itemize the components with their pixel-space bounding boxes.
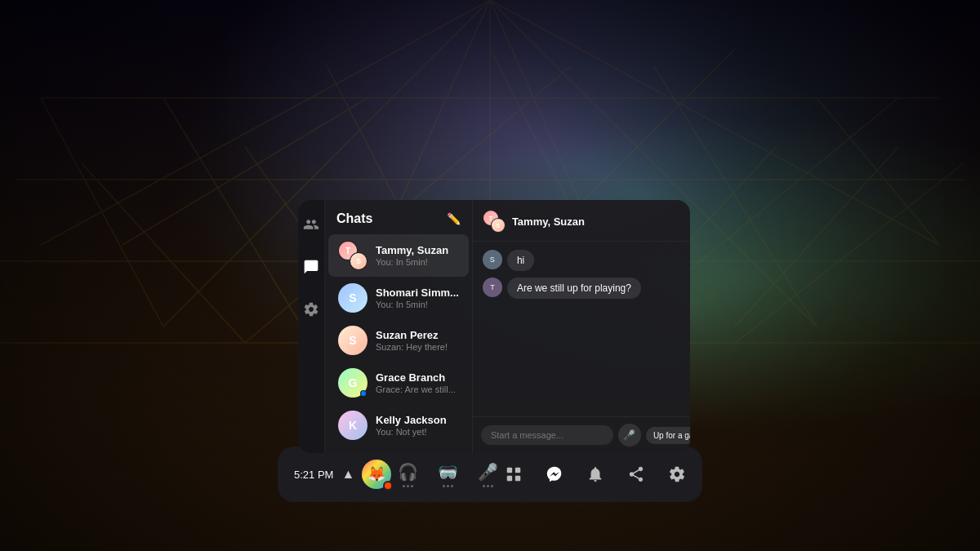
sidebar-chat-icon[interactable] — [298, 254, 324, 280]
user-avatar[interactable]: 🦊 — [362, 460, 391, 489]
chat-item-suzan[interactable]: S Suzan Perez Suzan: Hey there! — [328, 319, 469, 362]
vr-glasses-icon: 🥽 — [438, 462, 458, 482]
chat-header-avatar-group: T S — [483, 210, 506, 233]
taskbar-time: 5:21 PM — [294, 469, 333, 481]
chat-item-kelly[interactable]: K Kelly Jackson You: Not yet! — [328, 404, 469, 447]
avatar-suzan-perez: S — [338, 326, 368, 355]
message-input[interactable] — [481, 425, 613, 445]
notifications-icon[interactable] — [586, 465, 604, 483]
avatar-suzan-small: S — [350, 252, 368, 270]
avatar-group-tammy-suzan: T S — [338, 241, 368, 270]
chat-name-tammy-suzan: Tammy, Suzan — [376, 244, 459, 256]
taskbar-settings-icon[interactable] — [668, 465, 686, 483]
chat-header-name: Tammy, Suzan — [512, 216, 585, 228]
chat-name-kelly: Kelly Jackson — [376, 414, 459, 426]
chat-item-shomari[interactable]: S Shomari Simm... You: In 5min! — [328, 277, 469, 319]
chat-info-tammy-suzan: Tammy, Suzan You: In 5min! — [376, 244, 459, 267]
chat-panel: Chats ✏️ T S Tammy, Suzan You: In 5min! … — [298, 200, 690, 453]
chat-input-area: 🎤 Up for a game? Join me in VR Le... — [473, 416, 690, 453]
headset-dots — [403, 485, 413, 487]
message-row-1: S hi — [483, 250, 690, 271]
messenger-icon[interactable] — [546, 465, 564, 483]
wifi-icon: ▲ — [341, 467, 354, 482]
chat-header-left: T S Tammy, Suzan — [483, 210, 585, 233]
sidebar-settings-icon[interactable] — [298, 296, 324, 322]
chat-header: T S Tammy, Suzan Create Party ⋮ — [473, 200, 690, 242]
chat-name-grace: Grace Branch — [376, 371, 459, 384]
msg-bubble-1: hi — [507, 250, 534, 271]
chat-preview-kelly: You: Not yet! — [376, 427, 459, 437]
chat-preview-suzan: Suzan: Hey there! — [376, 342, 459, 352]
chat-preview-grace: Grace: Are we still... — [376, 384, 459, 394]
message-row-2: T Are we still up for playing? — [483, 278, 690, 299]
chat-item-tammy-suzan[interactable]: T S Tammy, Suzan You: In 5min! — [328, 234, 469, 277]
chat-info-kelly: Kelly Jackson You: Not yet! — [376, 414, 459, 437]
sidebar — [298, 200, 325, 453]
chat-preview-shomari: You: In 5min! — [376, 300, 459, 309]
taskbar-device-icons: 🎧 🥽 🎤 — [398, 462, 498, 487]
mic-dots — [483, 485, 493, 487]
vr-dots — [443, 485, 453, 487]
msg-avatar-2: T — [483, 278, 502, 297]
vr-glasses-icon-group[interactable]: 🥽 — [438, 462, 458, 487]
chat-window: T S Tammy, Suzan Create Party ⋮ S hi — [473, 200, 690, 453]
chat-item-grace[interactable]: G Grace Branch Grace: Are we still... — [328, 362, 469, 404]
chat-info-shomari: Shomari Simm... You: In 5min! — [376, 287, 459, 309]
messages-area: S hi T Are we still up for playing? In 5… — [473, 242, 690, 416]
chat-list: Chats ✏️ T S Tammy, Suzan You: In 5min! … — [325, 200, 473, 453]
share-icon[interactable] — [627, 465, 645, 483]
svg-rect-32 — [515, 476, 520, 481]
header-avatar-suzan: S — [491, 218, 506, 233]
taskbar-left: 5:21 PM ▲ — [294, 467, 354, 482]
chat-list-header: Chats ✏️ — [325, 200, 472, 234]
avatar-wrap-grace: G — [338, 368, 368, 398]
chat-preview-tammy-suzan: You: In 5min! — [376, 257, 459, 267]
headset-icon-group[interactable]: 🎧 — [398, 462, 418, 487]
chat-name-shomari: Shomari Simm... — [376, 287, 459, 299]
avatar-wrap-shomari: S — [338, 283, 368, 313]
chat-info-grace: Grace Branch Grace: Are we still... — [376, 371, 459, 394]
avatar-wrap-suzan: S — [338, 326, 368, 355]
edit-icon[interactable]: ✏️ — [447, 212, 461, 225]
quick-action-game[interactable]: Up for a game? — [646, 427, 690, 444]
chat-info-suzan: Suzan Perez Suzan: Hey there! — [376, 329, 459, 352]
chat-name-suzan: Suzan Perez — [376, 329, 459, 341]
mic-button[interactable]: 🎤 — [618, 424, 641, 447]
mic-icon: 🎤 — [478, 462, 498, 482]
msg-avatar-1: S — [483, 250, 502, 269]
msg-bubble-2: Are we still up for playing? — [507, 278, 641, 299]
avatar-shomari: S — [338, 283, 368, 313]
taskbar: 5:21 PM ▲ 🦊 🎧 🥽 🎤 — [278, 447, 702, 502]
svg-rect-30 — [515, 468, 520, 473]
avatar-wrap-tammy-suzan: T S — [338, 241, 368, 270]
taskbar-nav-icons — [505, 465, 686, 483]
sidebar-people-icon[interactable] — [298, 211, 324, 238]
chats-title: Chats — [336, 211, 372, 226]
svg-rect-29 — [507, 468, 512, 473]
svg-rect-31 — [507, 476, 512, 481]
mic-icon-group[interactable]: 🎤 — [478, 462, 498, 487]
message-row-3: In 5min! — [483, 305, 690, 327]
unread-dot-grace — [360, 390, 367, 397]
avatar-badge — [383, 481, 393, 491]
avatar-kelly: K — [338, 411, 368, 440]
avatar-wrap-kelly: K — [338, 411, 368, 440]
headset-icon: 🎧 — [398, 462, 418, 482]
apps-icon[interactable] — [505, 465, 523, 483]
